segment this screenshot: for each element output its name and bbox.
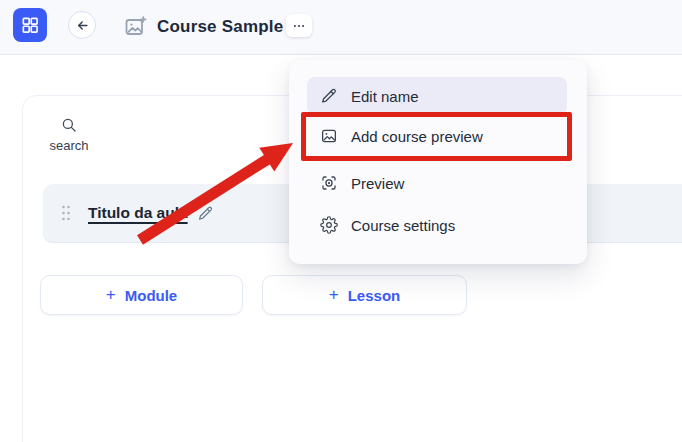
drag-handle-icon[interactable] xyxy=(60,204,72,222)
image-plus-icon[interactable] xyxy=(123,15,147,39)
more-options-button[interactable] xyxy=(286,14,312,37)
page-title: Course Sample xyxy=(157,15,283,39)
top-bar: Course Sample xyxy=(0,0,682,55)
plus-icon: + xyxy=(106,285,116,305)
grid-icon xyxy=(20,15,40,35)
add-module-label: Module xyxy=(125,287,178,304)
menu-item-edit-name[interactable]: Edit name xyxy=(307,77,567,115)
gear-icon xyxy=(320,216,338,234)
menu-item-label: Edit name xyxy=(351,88,419,105)
search-icon xyxy=(60,116,78,134)
add-lesson-label: Lesson xyxy=(348,287,401,304)
menu-item-label: Add course preview xyxy=(351,128,483,145)
module-title[interactable]: Titulo da aula xyxy=(88,204,188,222)
plus-icon: + xyxy=(329,285,339,305)
back-button[interactable] xyxy=(68,11,96,39)
ellipsis-icon xyxy=(291,19,307,33)
menu-item-label: Preview xyxy=(351,175,404,192)
menu-item-course-settings[interactable]: Course settings xyxy=(307,206,567,244)
pencil-icon[interactable] xyxy=(197,205,214,222)
preview-eye-icon xyxy=(320,174,338,192)
image-icon xyxy=(320,127,338,145)
menu-item-label: Course settings xyxy=(351,217,455,234)
arrow-left-icon xyxy=(75,18,90,33)
search-label: search xyxy=(49,138,88,153)
add-module-button[interactable]: + Module xyxy=(40,275,243,315)
apps-button[interactable] xyxy=(13,8,47,42)
menu-item-preview[interactable]: Preview xyxy=(307,164,567,202)
add-lesson-button[interactable]: + Lesson xyxy=(262,275,467,315)
search-button[interactable]: search xyxy=(44,116,94,153)
pencil-icon xyxy=(320,87,338,105)
menu-item-add-course-preview[interactable]: Add course preview xyxy=(307,117,567,155)
course-options-menu: Edit name Add course preview Preview xyxy=(289,60,587,264)
